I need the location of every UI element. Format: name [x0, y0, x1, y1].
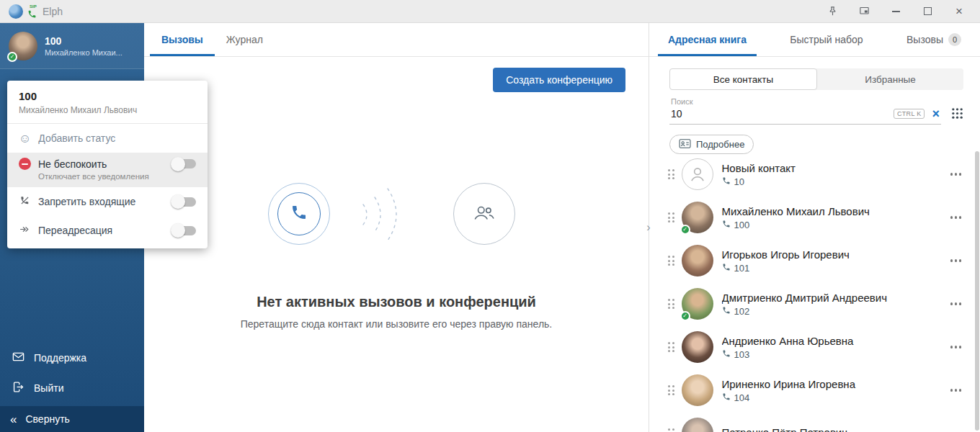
search-field[interactable]: Поиск CTRL K ×: [669, 97, 941, 125]
contact-row[interactable]: Новый контакт 10: [649, 153, 973, 196]
contact-number: 104: [734, 392, 750, 403]
tab-journal[interactable]: Журнал: [215, 23, 275, 56]
maximize-button[interactable]: [921, 5, 934, 18]
pin-icon[interactable]: [826, 5, 839, 18]
phone-icon: [722, 176, 731, 187]
user-name: Михайленко Михаи...: [45, 48, 122, 57]
drag-handle-icon[interactable]: [668, 385, 674, 395]
dialpad-icon[interactable]: [951, 107, 963, 125]
sip-phone-icon: SIP: [27, 4, 40, 19]
main-area: Вызовы Журнал Создать конференцию Нет ак…: [144, 23, 649, 432]
more-options-icon[interactable]: [946, 383, 966, 397]
right-panel-tabbar: Адресная книга Быстрый набор Вызовы 0: [649, 23, 980, 57]
contact-list: Новый контакт 10 ✓ Михайленко Михаил Льв…: [649, 153, 973, 432]
phone-icon: [722, 306, 731, 317]
sidebar-user-profile[interactable]: ✓ 100 Михайленко Михаи...: [0, 23, 144, 69]
search-label: Поиск: [671, 97, 941, 106]
segment-all-contacts[interactable]: Все контакты: [669, 68, 817, 90]
more-options-icon[interactable]: [946, 340, 966, 354]
window-controls: ×: [826, 5, 971, 18]
right-panel: Адресная книга Быстрый набор Вызовы 0 Вс…: [649, 23, 980, 432]
create-conference-button[interactable]: Создать конференцию: [493, 68, 625, 92]
online-status-icon: ✓: [680, 225, 690, 235]
sidebar-collapse-button[interactable]: « Свернуть: [0, 406, 144, 432]
contact-row[interactable]: Петренко Пётр Петрович: [649, 412, 973, 432]
drag-handle-icon[interactable]: [668, 428, 674, 432]
contact-card-icon: [679, 138, 691, 151]
drag-handle-icon[interactable]: [668, 342, 674, 352]
more-options-icon[interactable]: [946, 426, 966, 432]
avatar: [682, 418, 713, 432]
phone-icon: [722, 392, 731, 403]
minimize-button[interactable]: [889, 5, 902, 18]
close-button[interactable]: ×: [953, 5, 966, 18]
dnd-icon: [19, 158, 31, 170]
drag-handle-icon[interactable]: [668, 256, 674, 266]
group-icon: [472, 203, 496, 225]
contact-row[interactable]: ✓ Михайленко Михаил Львович 100: [649, 196, 973, 239]
contact-name: Новый контакт: [722, 162, 946, 174]
scrollbar[interactable]: [975, 151, 979, 431]
popout-icon[interactable]: [858, 5, 870, 18]
tab-calls-right[interactable]: Вызовы 0: [905, 23, 963, 56]
add-status-item[interactable]: ☺ Добавить статус: [7, 124, 208, 153]
details-button[interactable]: Подробнее: [669, 135, 754, 154]
support-label: Поддержка: [34, 352, 86, 364]
call-circle: [268, 183, 330, 245]
drag-handle-icon[interactable]: [668, 212, 674, 222]
contact-row[interactable]: ✓ Дмитриенко Дмитрий Андреевич 102: [649, 282, 973, 325]
contact-row[interactable]: Игорьков Игорь Игоревич 101: [649, 239, 973, 282]
sidebar-item-support[interactable]: Поддержка: [0, 343, 144, 373]
dnd-item[interactable]: Не беспокоить Отключает все уведомления: [7, 153, 208, 187]
avatar: [682, 374, 713, 406]
forwarding-item[interactable]: Переадресация: [7, 216, 208, 245]
add-status-label: Добавить статус: [38, 132, 115, 144]
block-incoming-icon: [19, 194, 31, 209]
phone-icon: [290, 204, 308, 224]
forwarding-toggle[interactable]: [172, 226, 196, 235]
contact-row[interactable]: Ириненко Ирина Игоревна 104: [649, 369, 973, 412]
app-logo-icon: [9, 4, 23, 19]
panel-collapse-handle[interactable]: ›: [643, 219, 654, 236]
segment-favorites[interactable]: Избранные: [817, 68, 963, 90]
contact-row[interactable]: Андриенко Анна Юрьевна 103: [649, 325, 973, 369]
block-incoming-toggle[interactable]: [172, 197, 196, 207]
contact-name: Петренко Пётр Петрович: [722, 426, 946, 432]
contact-number: 101: [734, 263, 750, 274]
avatar: [682, 331, 713, 363]
block-incoming-item[interactable]: Запретить входящие: [7, 187, 208, 216]
drag-handle-icon[interactable]: [668, 299, 674, 309]
more-options-icon[interactable]: [946, 167, 966, 181]
calls-count-badge: 0: [948, 33, 961, 46]
forwarding-icon: [19, 223, 31, 238]
more-options-icon[interactable]: [946, 297, 966, 311]
online-status-icon: ✓: [680, 311, 690, 321]
contact-name: Ириненко Ирина Игоревна: [722, 378, 946, 390]
tab-speeddial[interactable]: Быстрый набор: [788, 23, 864, 56]
contact-number: 100: [734, 220, 750, 230]
dnd-toggle[interactable]: [172, 159, 196, 168]
keyboard-shortcut-badge: CTRL K: [894, 109, 925, 119]
more-options-icon[interactable]: [946, 253, 966, 268]
contact-name: Андриенко Анна Юрьевна: [722, 335, 946, 347]
contacts-segmented-control: Все контакты Избранные: [669, 68, 963, 90]
chevrons-left-icon: «: [10, 413, 17, 426]
contact-number: 10: [734, 176, 744, 187]
logout-icon: [12, 380, 25, 396]
tab-calls[interactable]: Вызовы: [150, 23, 215, 56]
more-options-icon[interactable]: [946, 210, 966, 225]
sidebar-item-logout[interactable]: Выйти: [0, 373, 144, 403]
sip-label: SIP: [30, 4, 37, 9]
contact-name: Дмитриенко Дмитрий Андреевич: [722, 292, 946, 304]
search-input[interactable]: [671, 108, 819, 120]
phone-icon: [722, 263, 731, 274]
drag-handle-icon[interactable]: [668, 169, 674, 179]
phone-icon: [722, 349, 731, 360]
popup-user-number: 100: [19, 90, 196, 102]
clear-search-icon[interactable]: ×: [932, 109, 940, 119]
mail-icon: [12, 350, 25, 366]
status-popup: 100 Михайленко Михаил Львович ☺ Добавить…: [7, 81, 208, 248]
online-status-icon: ✓: [7, 52, 17, 62]
avatar: ✓: [682, 202, 713, 233]
tab-addressbook[interactable]: Адресная книга: [667, 23, 748, 56]
